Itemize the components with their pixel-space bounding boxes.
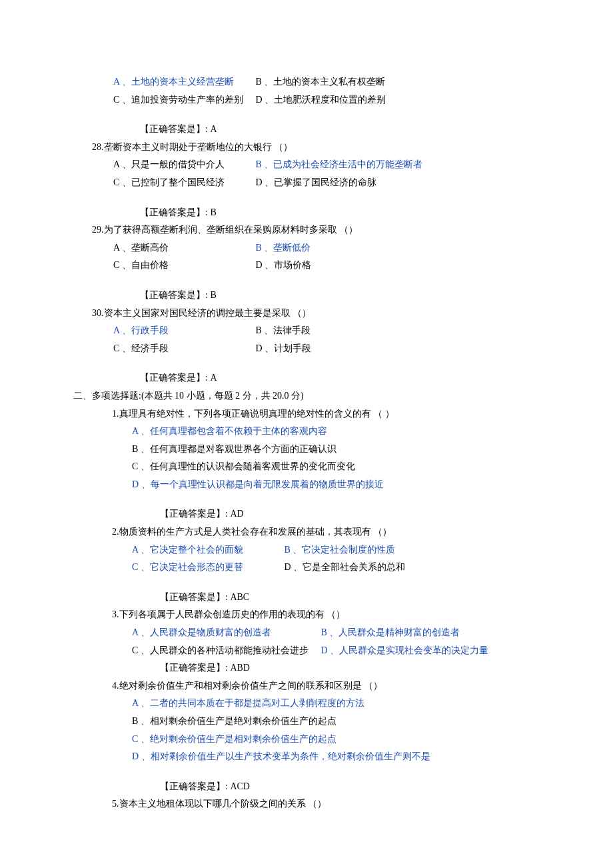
m1-stem: 1.真理具有绝对性，下列各项正确说明真理的绝对性的含义的有 （ ） xyxy=(112,405,523,423)
m3-options-row1: A 、人民群众是物质财富的创造者 B 、人民群众是精神财富的创造者 xyxy=(132,624,523,642)
m2-option-c: C 、它决定社会形态的更替 xyxy=(132,559,282,577)
m3-stem: 3.下列各项属于人民群众创造历史的作用的表现的有 （） xyxy=(112,606,523,624)
m1-option-a: A 、任何真理都包含着不依赖于主体的客观内容 xyxy=(132,423,523,441)
q27-options-row1: A 、土地的资本主义经营垄断 B 、土地的资本主义私有权垄断 xyxy=(113,73,523,91)
m2-option-a: A 、它决定整个社会的面貌 xyxy=(132,541,282,559)
m4-option-b: B 、相对剩余价值生产是绝对剩余价值生产的起点 xyxy=(132,713,523,731)
q29-options-row1: A 、垄断高价 B 、垄断低价 xyxy=(113,239,523,257)
q28-answer: 【正确答案是】: B xyxy=(140,204,523,222)
m5-stem: 5.资本主义地租体现以下哪几个阶级之间的关系 （） xyxy=(112,795,523,813)
q30-option-c: C 、经济手段 xyxy=(113,340,253,358)
q30-option-b: B 、法律手段 xyxy=(256,322,311,340)
q28-options-row2: C 、已控制了整个国民经济 D 、已掌握了国民经济的命脉 xyxy=(113,174,523,192)
q29-option-c: C 、自由价格 xyxy=(113,257,253,275)
m1-option-b: B 、任何真理都是对客观世界各个方面的正确认识 xyxy=(132,441,523,459)
m4-option-a: A 、二者的共同本质在于都是提高对工人剥削程度的方法 xyxy=(132,695,523,713)
q27-options-row2: C 、追加投资劳动生产率的差别 D 、土地肥沃程度和位置的差别 xyxy=(113,91,523,109)
m3-option-c: C 、人民群众的各种活动都能推动社会进步 xyxy=(132,642,318,660)
m3-option-a: A 、人民群众是物质财富的创造者 xyxy=(132,624,318,642)
q28-option-a: A 、只是一般的借贷中介人 xyxy=(113,156,253,174)
q30-answer: 【正确答案是】: A xyxy=(140,369,523,387)
m4-stem: 4.绝对剩余价值生产和相对剩余价值生产之间的联系和区别是 （） xyxy=(112,677,523,695)
m4-option-d: D 、相对剩余价值生产以生产技术变革为条件，绝对剩余价值生产则不是 xyxy=(132,748,523,766)
q30-stem: 30.资本主义国家对国民经济的调控最主要是采取 （） xyxy=(92,305,523,323)
m2-option-b: B 、它决定社会制度的性质 xyxy=(285,541,396,559)
q30-option-a: A 、行政手段 xyxy=(113,322,253,340)
q27-option-a: A 、土地的资本主义经营垄断 xyxy=(113,73,253,91)
m2-options-row1: A 、它决定整个社会的面貌 B 、它决定社会制度的性质 xyxy=(132,541,523,559)
q28-option-d: D 、已掌握了国民经济的命脉 xyxy=(256,174,377,192)
q29-options-row2: C 、自由价格 D 、市场价格 xyxy=(113,257,523,275)
m2-stem: 2.物质资料的生产方式是人类社会存在和发展的基础，其表现有 （） xyxy=(112,523,523,541)
q28-option-c: C 、已控制了整个国民经济 xyxy=(113,174,253,192)
m3-option-d: D 、人民群众是实现社会变革的决定力量 xyxy=(321,642,489,660)
document-page: A 、土地的资本主义经营垄断 B 、土地的资本主义私有权垄断 C 、追加投资劳动… xyxy=(0,0,613,853)
m2-option-d: D 、它是全部社会关系的总和 xyxy=(285,559,406,577)
m3-option-b: B 、人民群众是精神财富的创造者 xyxy=(321,624,460,642)
m1-option-d: D 、每一个真理性认识都是向着无限发展着的物质世界的接近 xyxy=(132,476,523,494)
q29-answer: 【正确答案是】: B xyxy=(140,287,523,305)
q27-option-d: D 、土地肥沃程度和位置的差别 xyxy=(256,91,396,109)
m3-options-row2: C 、人民群众的各种活动都能推动社会进步 D 、人民群众是实现社会变革的决定力量 xyxy=(132,642,523,660)
q27-option-b: B 、土地的资本主义私有权垄断 xyxy=(256,73,396,91)
q27-option-c: C 、追加投资劳动生产率的差别 xyxy=(113,91,253,109)
q29-stem: 29.为了获得高额垄断利润、垄断组织在采购原材料时多采取 （） xyxy=(92,221,523,239)
q27-answer: 【正确答案是】: A xyxy=(140,121,523,139)
m1-option-c: C 、任何真理性的认识都会随着客观世界的变化而变化 xyxy=(132,458,523,476)
m2-options-row2: C 、它决定社会形态的更替 D 、它是全部社会关系的总和 xyxy=(132,559,523,577)
q30-options-row1: A 、行政手段 B 、法律手段 xyxy=(113,322,523,340)
q29-option-a: A 、垄断高价 xyxy=(113,239,253,257)
q29-option-d: D 、市场价格 xyxy=(256,257,312,275)
m3-answer: 【正确答案是】: ABD xyxy=(160,659,523,677)
q29-option-b: B 、垄断低价 xyxy=(256,239,311,257)
m2-answer: 【正确答案是】: ABC xyxy=(160,589,523,607)
q28-options-row1: A 、只是一般的借贷中介人 B 、已成为社会经济生活中的万能垄断者 xyxy=(113,156,523,174)
q28-stem: 28.垄断资本主义时期处于垄断地位的大银行 （） xyxy=(92,139,523,157)
section2-title: 二、多项选择题:(本题共 10 小题，每题 2 分，共 20.0 分) xyxy=(73,387,523,405)
m4-option-c: C 、绝对剩余价值生产是相对剩余价值生产的起点 xyxy=(132,731,523,749)
q30-options-row2: C 、经济手段 D 、计划手段 xyxy=(113,340,523,358)
q30-option-d: D 、计划手段 xyxy=(256,340,312,358)
q28-option-b: B 、已成为社会经济生活中的万能垄断者 xyxy=(256,156,423,174)
m4-answer: 【正确答案是】: ACD xyxy=(160,778,523,796)
m1-answer: 【正确答案是】: AD xyxy=(160,505,523,523)
